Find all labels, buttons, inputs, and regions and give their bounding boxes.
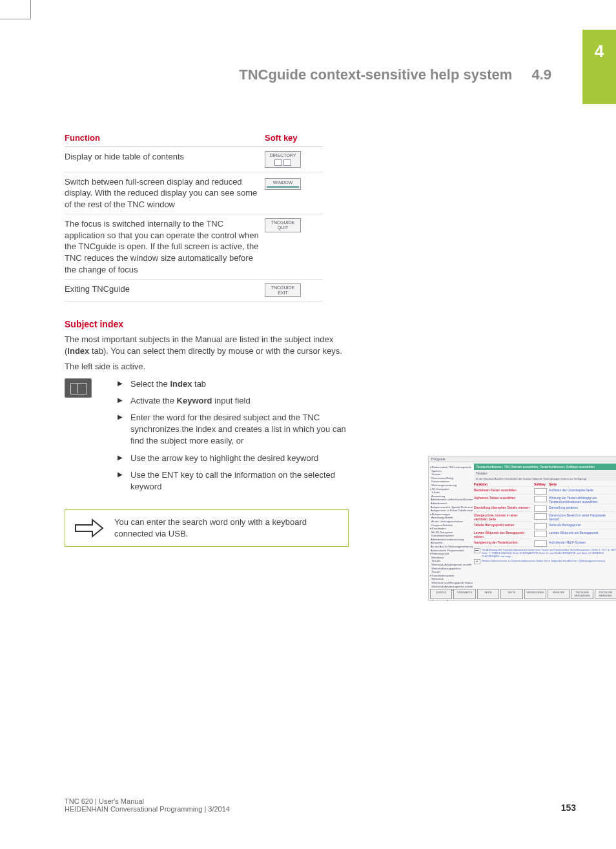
crop-mark: [0, 0, 31, 19]
footer-line1: TNC 620 | User's Manual: [65, 797, 230, 805]
ss-softkey[interactable]: FENSTER: [548, 589, 570, 599]
softkey-tncguide-quit[interactable]: TNCGUIDE QUIT: [265, 218, 301, 232]
directory-icon: [267, 159, 299, 166]
book-icon: [65, 378, 92, 398]
fn-cell: Switch between full-screen display and r…: [65, 172, 265, 214]
function-table: Function Soft key Display or hide table …: [65, 129, 323, 302]
ss-softkey[interactable]: TNCGUIDE BEENDEN: [595, 589, 616, 599]
step-item: Use the arrow key to highlight the desir…: [118, 453, 349, 464]
window-icon: [267, 186, 299, 188]
subject-p2: The left side is active.: [65, 361, 349, 373]
ss-section-title: Tastatur: [474, 471, 616, 476]
ss-intro: In der Standard-Ausführer beinhaltet die…: [474, 476, 616, 481]
softkey-directory[interactable]: DIRECTORY: [265, 151, 301, 168]
fn-cell: Exiting TNCguide: [65, 280, 265, 302]
steps-list: Select the Index tab Activate the Keywor…: [118, 378, 349, 498]
ss-softkey[interactable]: VORWÄRTS: [453, 589, 475, 599]
table-row: Exiting TNCguide TNCGUIDE EXIT: [65, 280, 323, 302]
header-title: TNCguide context-sensitive help system: [239, 66, 512, 83]
subject-index-section: Subject index The most important subject…: [65, 318, 349, 547]
softkey-tncguide-exit[interactable]: TNCGUIDE EXIT: [265, 283, 301, 297]
note-text: You can enter the search word only with …: [114, 517, 340, 540]
note-box: You can enter the search word only with …: [65, 509, 349, 547]
fn-cell: The focus is switched internally to the …: [65, 214, 265, 280]
chapter-tab: 4: [582, 30, 616, 104]
step-item: Activate the Keyword input field: [118, 395, 349, 407]
step-item: Enter the word for the desired subject a…: [118, 412, 349, 447]
page-header: TNCguide context-sensitive help system 4…: [65, 66, 551, 83]
ss-softkey[interactable]: SEITE: [500, 589, 522, 599]
table-row: The focus is switched internally to the …: [65, 214, 323, 280]
step-item: Use the ENT key to call the information …: [118, 469, 349, 493]
th-function: Function: [65, 129, 265, 147]
ss-softkey[interactable]: ZURÜCK: [430, 589, 452, 599]
tncguide-screenshot: TNCguide ▾ Bedieneinheit TNC-Leistungsst…: [428, 456, 616, 601]
ss-headerbar: Tastaturfunktionen: TNC Betrieb auswähle…: [474, 464, 616, 470]
page-footer: TNC 620 | User's Manual HEIDENHAIN Conve…: [65, 797, 576, 813]
page-number: 153: [561, 803, 576, 813]
arrow-right-icon: [73, 517, 104, 539]
ss-titlebar: TNCguide: [429, 456, 616, 462]
th-softkey: Soft key: [265, 129, 323, 147]
ss-softkey[interactable]: TNCGUIDE VERLASSEN: [571, 589, 593, 599]
ss-softkey[interactable]: SEITE: [477, 589, 499, 599]
step-item: Select the Index tab: [118, 378, 349, 390]
footer-line2: HEIDENHAIN Conversational Programming | …: [65, 805, 230, 813]
table-row: Switch between full-screen display and r…: [65, 172, 323, 214]
subject-p1: The most important subjects in the Manua…: [65, 334, 349, 357]
header-section: 4.9: [531, 66, 551, 83]
fn-cell: Display or hide table of contents: [65, 147, 265, 172]
ss-softkey[interactable]: VERZEICHNIS: [524, 589, 546, 599]
table-row: Display or hide table of contents DIRECT…: [65, 147, 323, 172]
subject-heading: Subject index: [65, 318, 349, 331]
ss-softkey-bar: ZURÜCK VORWÄRTS SEITE SEITE VERZEICHNIS …: [430, 589, 616, 599]
softkey-window[interactable]: WINDOW: [265, 178, 301, 190]
ss-tree: ▾ Bedieneinheit TNC-Leistungsstufe Speic…: [430, 465, 473, 601]
